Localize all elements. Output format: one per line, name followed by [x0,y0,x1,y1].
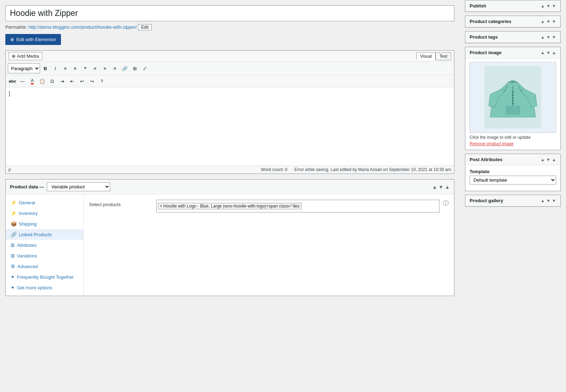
strikethrough-button[interactable]: abc [8,76,17,86]
add-media-button[interactable]: ⊕ Add Media [9,52,42,60]
attributes-collapse-button[interactable]: ▲ [552,157,556,162]
visual-text-tabs: Visual Text [416,52,451,60]
nav-item-advanced[interactable]: ⚙ Advanced [6,261,83,272]
image-up-button[interactable]: ▲ [540,50,545,55]
ul-icon: ≡ [64,66,67,71]
categories-collapse-button[interactable]: ▼ [552,19,556,24]
bold-button[interactable]: B [41,64,50,73]
link-button[interactable]: 🔗 [120,64,129,73]
product-tags-header[interactable]: Product tags ▲ ▼ ▼ [465,32,560,43]
undo-icon: ↩ [80,79,84,84]
publish-down-button[interactable]: ▼ [546,4,550,8]
categories-down-button[interactable]: ▼ [546,19,550,24]
strikethrough-icon: abc [9,79,16,84]
product-image-container[interactable] [470,62,556,133]
publish-panel: Publish ▲ ▼ ▼ [465,0,561,12]
publish-panel-title: Publish [470,3,486,8]
nav-label-general: General [19,200,35,205]
align-left-button[interactable]: ≡ [90,64,100,73]
help-tooltip-icon[interactable]: ⓘ [443,200,449,207]
template-select[interactable]: Default template [470,176,556,184]
tab-visual[interactable]: Visual [416,52,436,60]
nav-item-linked-products[interactable]: 🔗 Linked Products [6,229,83,240]
indent-icon: ⇥ [60,79,64,84]
publish-up-button[interactable]: ▲ [540,4,545,8]
post-attributes-controls: ▲ ▼ ▲ [540,157,556,162]
publish-collapse-button[interactable]: ▼ [552,4,556,8]
product-data-up-button[interactable]: ▲ [432,184,437,190]
outdent-icon: ⇤ [70,79,74,84]
paste-text-button[interactable]: 📋 [38,76,47,86]
categories-up-button[interactable]: ▲ [540,19,545,24]
nav-item-variations[interactable]: ⊞ Variations [6,250,83,261]
tags-collapse-button[interactable]: ▼ [552,35,556,40]
image-down-button[interactable]: ▼ [546,50,550,55]
svg-rect-7 [506,106,520,114]
nav-item-inventory[interactable]: ⚡ Inventory [6,208,83,218]
product-data-section: Product data — Variable product Simple p… [5,179,454,296]
svg-rect-5 [512,100,514,101]
redo-icon: ↪ [90,79,94,84]
linked-products-label: Select products [89,200,153,207]
undo-button[interactable]: ↩ [77,76,86,86]
ol-button[interactable]: ≡ [71,64,80,73]
table-button[interactable]: ⊞ [130,64,139,73]
variations-icon: ⊞ [11,253,15,259]
tags-down-button[interactable]: ▼ [546,35,550,40]
linked-product-tag: × Hoodie with Logo - Blue, Large (woo-ho… [158,203,302,209]
outdent-button[interactable]: ⇤ [67,76,77,86]
nav-item-get-more-options[interactable]: ✦ Get more options [6,282,83,293]
ul-button[interactable]: ≡ [61,64,70,73]
tags-up-button[interactable]: ▲ [540,35,545,40]
edit-permalink-button[interactable]: Edit [138,24,152,30]
nav-item-general[interactable]: ⚡ General [6,197,83,208]
product-gallery-header[interactable]: Product gallery ▲ ▼ ▼ [465,195,560,206]
image-collapse-button[interactable]: ▲ [552,50,556,55]
help-button[interactable]: ? [97,76,106,86]
gallery-up-button[interactable]: ▲ [540,198,545,203]
indent-button[interactable]: ⇥ [57,76,67,86]
editor-body[interactable] [6,87,454,165]
product-gallery-title: Product gallery [470,198,503,203]
nav-label-shipping: Shipping [19,221,37,227]
attributes-down-button[interactable]: ▼ [546,157,550,162]
product-type-select[interactable]: Variable product Simple product Grouped … [47,182,110,191]
special-char-button[interactable]: Ω [47,76,57,86]
font-color-button[interactable]: A [28,76,37,86]
gallery-down-button[interactable]: ▼ [546,198,550,203]
nav-item-shipping[interactable]: 📦 Shipping [6,218,83,229]
product-categories-header[interactable]: Product categories ▲ ▼ ▼ [465,16,560,27]
attributes-up-button[interactable]: ▲ [540,157,545,162]
nav-item-attributes[interactable]: ⊞ Attributes [6,240,83,250]
linked-products-input[interactable]: × Hoodie with Logo - Blue, Large (woo-ho… [156,200,439,212]
permalink-url[interactable]: http://demo.blogginc.com/product/hoodie-… [28,24,137,30]
advanced-icon: ⚙ [11,263,15,269]
hr-icon: — [20,79,25,84]
bold-icon: B [44,66,47,71]
help-icon: ? [100,79,103,84]
tab-text[interactable]: Text [436,52,451,60]
blockquote-button[interactable]: ❝ [80,64,90,73]
product-data-header: Product data — Variable product Simple p… [6,180,454,194]
remove-product-image-link[interactable]: Remove product image [470,141,556,146]
post-attributes-header[interactable]: Post Attributes ▲ ▼ ▲ [465,154,560,165]
product-image-title: Product image [470,50,501,55]
product-data-down-button[interactable]: ▼ [438,184,443,190]
gallery-collapse-button[interactable]: ▼ [552,198,556,203]
fullscreen-button[interactable]: ⤢ [140,64,149,73]
nav-item-frequently-bought[interactable]: ✦ Frequently Bought Together [6,272,83,282]
hr-button[interactable]: — [18,76,27,86]
italic-button[interactable]: I [51,64,60,73]
align-center-button[interactable]: ≡ [100,64,110,73]
paragraph-select[interactable]: Paragraph Heading 1 Heading 2 [8,63,40,73]
publish-panel-header[interactable]: Publish ▲ ▼ ▼ [465,0,560,12]
paste-text-icon: 📋 [39,79,45,84]
edit-with-elementor-button[interactable]: ⊕ Edit with Elementor [5,34,61,45]
product-image-header[interactable]: Product image ▲ ▼ ▲ [465,47,560,58]
product-tags-title: Product tags [470,34,498,40]
tag-remove[interactable]: × [160,204,162,209]
post-title-input[interactable] [5,5,454,21]
redo-button[interactable]: ↪ [87,76,96,86]
product-data-collapse-button[interactable]: ▲ [445,184,450,190]
align-right-button[interactable]: ≡ [110,64,119,73]
